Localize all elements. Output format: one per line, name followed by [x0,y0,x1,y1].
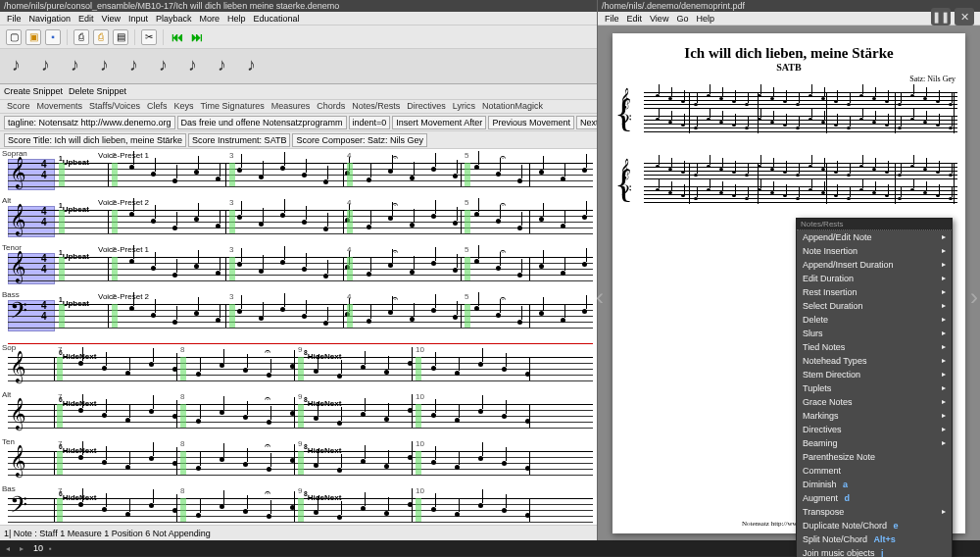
menu-item-parenthesize-note[interactable]: Parenthesize Note [797,450,952,464]
score-title-field[interactable]: Score Title: Ich will dich lieben, meine… [4,133,186,147]
next-page-icon[interactable]: › [970,283,978,311]
staff-ten-2[interactable]: Ten 𝄞 6HideNext 8HideNext78910𝄐 [0,437,597,484]
menu-more[interactable]: More [196,14,222,24]
tab-measures[interactable]: Measures [269,101,314,112]
rewind-icon[interactable]: ⏮ [170,29,185,45]
menu-item-append-edit-note[interactable]: Append/Edit Note [797,230,952,244]
close-button[interactable]: ✕ [955,8,974,25]
desc-field[interactable]: Das freie und offene Notensatzprogramm [177,116,347,129]
note-duration-icon[interactable] [159,55,169,78]
cut-icon[interactable]: ✂ [141,29,157,45]
tagline-field[interactable]: tagline: Notensatz http://www.denemo.org [4,116,175,129]
tab-keys[interactable]: Keys [171,101,196,112]
create-snippet-button[interactable]: Create Snippet [4,86,63,97]
tab-notes[interactable]: Notes/Rests [349,101,403,112]
menu-item-delete[interactable]: Delete [797,313,952,327]
menu-file-r[interactable]: File [602,14,622,24]
staff-tenor[interactable]: Tenor 𝄞 44 1Upbeat Voice-Preset 1 2345𝄐𝄐 [0,243,597,290]
staff-alt[interactable]: Alt 𝄞 44 1Upbeat Voice-Preset 2 2345𝄐𝄐 [0,196,597,243]
menu-file[interactable]: File [4,14,24,24]
note-duration-icon[interactable] [129,55,139,78]
menu-item-comment[interactable]: Comment [797,464,952,478]
notes-region[interactable] [59,251,593,282]
note-duration-icon[interactable] [41,55,51,78]
menu-item-diminish[interactable]: Diminish a [797,478,952,491]
tab-staffs[interactable]: Staffs/Voices [86,101,143,112]
staff-bas-2[interactable]: Bas 𝄢 6HideNext 8HideNext78910𝄐 [0,484,597,525]
note-duration-icon[interactable] [12,55,22,78]
open-icon[interactable]: ▣ [25,29,41,45]
tab-directives[interactable]: Directives [404,101,449,112]
menu-edit-r[interactable]: Edit [624,14,646,24]
menu-go-r[interactable]: Go [673,14,691,24]
menu-item-augment[interactable]: Augment d [797,491,952,505]
note-duration-icon[interactable] [100,55,110,78]
menu-item-directives[interactable]: Directives [797,423,952,436]
staff-sopran[interactable]: Sopran 𝄞 44 1Upbeat Voice-Preset 1 2345𝄐… [0,149,597,196]
menu-item-tuplets[interactable]: Tuplets [797,381,952,395]
score-composer-field[interactable]: Score Composer: Satz: Nils Gey [292,133,427,147]
menu-item-edit-duration[interactable]: Edit Duration [797,272,952,285]
note-duration-icon[interactable] [218,55,227,78]
staff-sop-2[interactable]: Sop 𝄞 6HideNext 8HideNext78910𝄐 [0,343,597,390]
menu-item-beaming[interactable]: Beaming [797,436,952,450]
tab-chords[interactable]: Chords [314,101,348,112]
note-duration-icon[interactable] [247,55,257,78]
menu-help[interactable]: Help [224,14,249,24]
menu-view[interactable]: View [99,14,123,24]
staff-alt-2[interactable]: Alt 𝄞 6HideNext 8HideNext78910𝄐 [0,390,597,437]
export-icon[interactable]: ▤ [113,29,128,45]
save-icon[interactable]: ▪ [45,29,61,45]
expand-icon[interactable]: ▪ [49,544,57,552]
collapse-left-icon[interactable]: ◂ [6,544,14,552]
menu-input[interactable]: Input [125,14,151,24]
tab-lyrics[interactable]: Lyrics [450,101,478,112]
tab-movements[interactable]: Movements [34,101,86,112]
tab-clefs[interactable]: Clefs [144,101,171,112]
print-preview-icon[interactable]: ⎙ [93,29,109,45]
menu-help-r[interactable]: Help [693,14,717,24]
menu-item-split-note-chord[interactable]: Split Note/Chord Alt+s [797,532,952,546]
print-icon[interactable]: ⎙ [74,29,89,45]
menu-item-notehead-types[interactable]: Notehead Types [797,354,952,368]
score-area[interactable]: Sopran 𝄞 44 1Upbeat Voice-Preset 1 2345𝄐… [0,149,597,525]
pause-button[interactable]: ❚❚ [931,8,951,25]
notes-region[interactable] [59,298,593,329]
menu-item-append-insert-duration[interactable]: Append/Insert Duration [797,258,952,272]
menu-item-tied-notes[interactable]: Tied Notes [797,340,952,354]
tab-notationmagick[interactable]: NotationMagick [479,101,546,112]
menu-educational[interactable]: Educational [251,14,303,24]
score-instrument-field[interactable]: Score Instrument: SATB [188,133,290,147]
menu-item-rest-insertion[interactable]: Rest Insertion [797,285,952,299]
menu-item-slurs[interactable]: Slurs [797,327,952,340]
menu-item-select-duration[interactable]: Select Duration [797,299,952,313]
note-palette[interactable] [0,49,597,84]
note-duration-icon[interactable] [188,55,198,78]
menu-item-duplicate-note-chord[interactable]: Duplicate Note/Chord e [797,519,952,532]
tab-timesig[interactable]: Time Signatures [197,101,267,112]
staff-bass[interactable]: Bass 𝄢 44 1Upbeat Voice-Preset 2 2345𝄐𝄐 [0,290,597,337]
new-icon[interactable]: ▢ [6,29,22,45]
menu-edit[interactable]: Edit [75,14,97,24]
menu-navigation[interactable]: Navigation [26,14,74,24]
note-duration-icon[interactable] [71,55,80,78]
menu-item-stem-direction[interactable]: Stem Direction [797,368,952,381]
next-movement-button[interactable]: Next Movement [576,116,597,129]
collapse-right-icon[interactable]: ▸ [20,544,27,552]
menu-playback[interactable]: Playback [153,14,195,24]
menu-item-markings[interactable]: Markings [797,409,952,423]
previous-movement-button[interactable]: Previous Movement [488,116,574,129]
forward-icon[interactable]: ⏭ [189,29,205,45]
menu-view-r[interactable]: View [647,14,671,24]
menu-item-grace-notes[interactable]: Grace Notes [797,395,952,409]
menu-item-note-insertion[interactable]: Note Insertion [797,244,952,258]
notes-region[interactable] [59,157,593,188]
menu-item-join-music-objects[interactable]: Join music objects j [797,546,952,557]
indent-field[interactable]: indent=0 [349,116,391,129]
insert-movement-after-button[interactable]: Insert Movement After [392,116,486,129]
tab-score[interactable]: Score [4,101,33,112]
notes-region[interactable] [59,204,593,235]
delete-snippet-button[interactable]: Delete Snippet [69,86,126,97]
prev-page-icon[interactable]: ‹ [596,283,604,311]
menu-item-transpose[interactable]: Transpose [797,505,952,519]
